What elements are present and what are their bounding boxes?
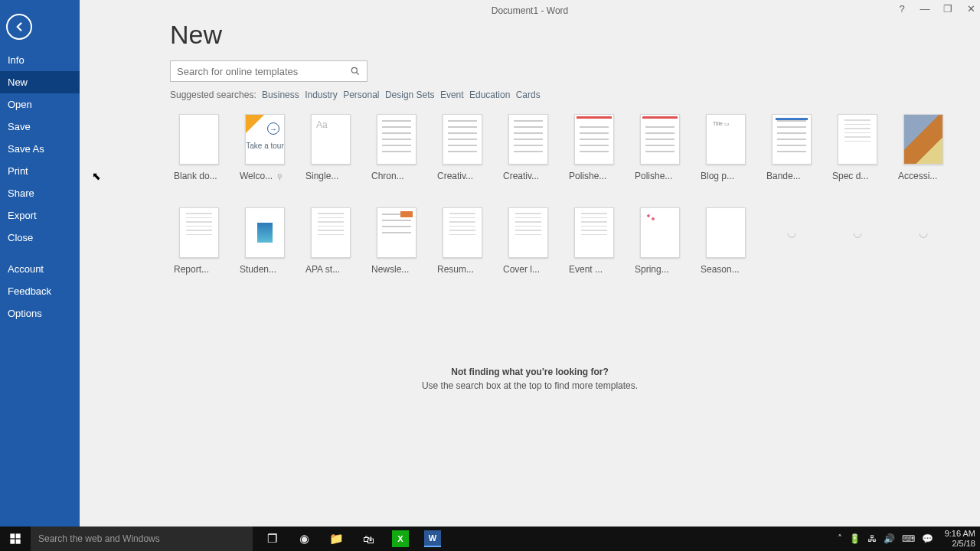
system-tray: ˄ 🔋 🖧 🔊 ⌨ 💬 9:16 AM 2/5/18 [838, 529, 980, 549]
suggested-industry[interactable]: Industry [305, 90, 338, 100]
svg-point-0 [351, 67, 357, 73]
sidebar-item-options[interactable]: Options [0, 302, 80, 324]
tray-action-center-icon[interactable]: 💬 [922, 533, 933, 544]
close-button[interactable]: ✕ [965, 3, 977, 15]
template-tile[interactable]: Report... [179, 207, 219, 275]
suggested-label: Suggested searches: [170, 90, 256, 100]
taskbar-search-placeholder: Search the web and Windows [38, 533, 160, 544]
template-tile[interactable]: Event ... [574, 207, 614, 275]
pin-icon[interactable]: ⚲ [277, 173, 283, 181]
excel-icon[interactable]: X [392, 530, 409, 547]
sidebar-item-open[interactable]: Open [0, 93, 80, 116]
template-label: Studen... [240, 264, 287, 275]
sidebar-item-save-as[interactable]: Save As [0, 138, 80, 160]
sidebar-item-save[interactable]: Save [0, 116, 80, 138]
template-tile[interactable]: Blank do... [179, 114, 219, 181]
maximize-button[interactable]: ❐ [942, 3, 954, 15]
template-tile[interactable]: →Take a tourWelco...⚲ [245, 114, 285, 181]
template-grid: Blank do...→Take a tourWelco...⚲AaSingle… [179, 114, 980, 275]
sidebar-item-print[interactable]: Print [0, 160, 80, 182]
suggested-event[interactable]: Event [440, 90, 464, 100]
help-button[interactable]: ? [896, 3, 908, 15]
template-tile[interactable]: Chron... [377, 114, 416, 181]
tray-chevron-icon[interactable]: ˄ [838, 533, 842, 544]
template-label: Creativ... [437, 171, 485, 181]
sidebar-item-new[interactable]: New [0, 71, 80, 93]
windows-taskbar: Search the web and Windows ❐ ◉ 📁 🛍 X W ˄… [0, 527, 980, 551]
tray-battery-icon[interactable]: 🔋 [849, 533, 861, 544]
sidebar-item-account[interactable]: Account [0, 258, 80, 280]
template-thumb [903, 207, 943, 258]
template-label: Chron... [371, 171, 419, 181]
task-view-icon[interactable]: ❐ [256, 527, 288, 551]
template-tile[interactable]: Newsle... [377, 207, 416, 275]
template-tile[interactable]: Creativ... [443, 114, 482, 181]
template-tile[interactable]: Accessi... [903, 114, 943, 181]
template-tile[interactable]: Season... [706, 207, 746, 275]
svg-rect-2 [10, 533, 15, 538]
template-tile[interactable]: Creativ... [508, 114, 548, 181]
template-tile[interactable] [903, 207, 943, 275]
start-button[interactable] [0, 527, 31, 551]
template-label: APA st... [305, 264, 353, 275]
template-label: Blank do... [174, 171, 221, 181]
template-tile[interactable] [838, 207, 877, 275]
word-icon[interactable]: W [424, 530, 441, 547]
template-tile[interactable]: Title ▭Blog p... [706, 114, 746, 181]
template-search-input[interactable] [177, 66, 350, 77]
template-thumb [772, 207, 812, 258]
suggested-personal[interactable]: Personal [343, 90, 379, 100]
sidebar-item-feedback[interactable]: Feedback [0, 280, 80, 302]
template-label: Spring... [635, 264, 682, 275]
taskbar-clock[interactable]: 9:16 AM 2/5/18 [945, 529, 975, 549]
template-label: Polishe... [569, 171, 616, 181]
taskbar-search[interactable]: Search the web and Windows [31, 527, 253, 551]
tray-volume-icon[interactable]: 🔊 [884, 533, 895, 544]
template-tile[interactable]: Resum... [443, 207, 482, 275]
template-tile[interactable]: Polishe... [574, 114, 614, 181]
template-thumb [377, 207, 416, 258]
template-label: Cover l... [503, 264, 550, 275]
svg-rect-3 [16, 533, 21, 538]
template-thumb [508, 207, 548, 258]
template-label: Bande... [766, 171, 814, 181]
sidebar-item-info[interactable]: Info [0, 49, 80, 71]
tray-keyboard-icon[interactable]: ⌨ [902, 533, 915, 544]
footer-line1: Not finding what you're looking for? [80, 367, 980, 377]
sidebar-item-close[interactable]: Close [0, 227, 80, 249]
template-search-box[interactable] [170, 60, 368, 82]
template-tile[interactable] [772, 207, 812, 275]
template-tile[interactable]: Polishe... [640, 114, 680, 181]
template-label: Creativ... [503, 171, 550, 181]
document-title: Document1 - Word [492, 5, 568, 16]
template-label: Newsle... [371, 264, 419, 275]
template-thumb [706, 207, 746, 258]
template-thumb [640, 207, 680, 258]
search-icon[interactable] [350, 66, 361, 77]
chrome-icon[interactable]: ◉ [288, 527, 320, 551]
template-tile[interactable]: APA st... [311, 207, 351, 275]
page-title: New [170, 20, 980, 50]
suggested-cards[interactable]: Cards [516, 90, 541, 100]
suggested-education[interactable]: Education [469, 90, 510, 100]
template-thumb [838, 114, 877, 165]
template-tile[interactable]: Cover l... [508, 207, 548, 275]
template-tile[interactable]: Spring... [640, 207, 680, 275]
suggested-design-sets[interactable]: Design Sets [385, 90, 435, 100]
suggested-business[interactable]: Business [262, 90, 299, 100]
store-icon[interactable]: 🛍 [352, 527, 384, 551]
template-tile[interactable]: AaSingle... [311, 114, 351, 181]
tray-network-icon[interactable]: 🖧 [867, 533, 877, 544]
template-tile[interactable]: Studen... [245, 207, 285, 275]
back-button[interactable] [6, 14, 32, 40]
template-tile[interactable]: Bande... [772, 114, 812, 181]
file-explorer-icon[interactable]: 📁 [320, 527, 352, 551]
suggested-searches: Suggested searches: Business Industry Pe… [170, 90, 980, 100]
template-tile[interactable]: Spec d... [838, 114, 877, 181]
sidebar-item-export[interactable]: Export [0, 204, 80, 227]
template-thumb: Aa [311, 114, 351, 165]
template-thumb [245, 207, 285, 258]
minimize-button[interactable]: — [919, 3, 931, 15]
sidebar-item-share[interactable]: Share [0, 182, 80, 204]
template-thumb [179, 207, 219, 258]
